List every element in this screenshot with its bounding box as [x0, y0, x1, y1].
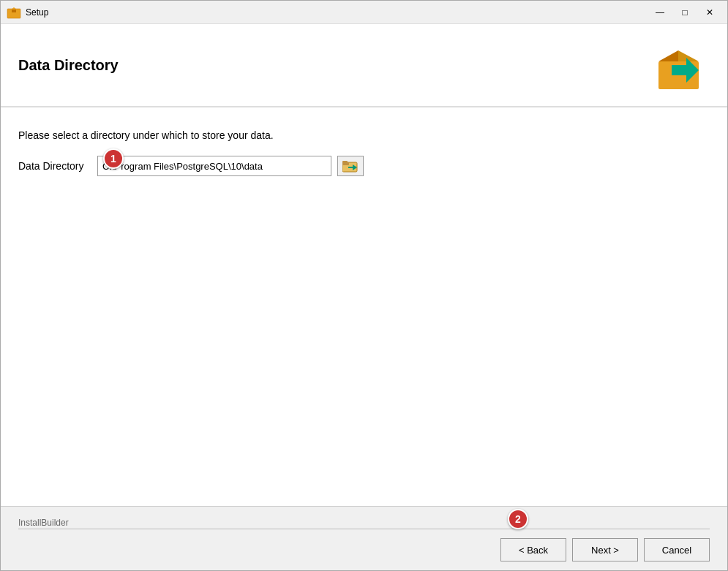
wizard-logo: [651, 36, 710, 94]
window-controls: — □ ✕: [648, 5, 721, 20]
annotation-badge-2: 2: [508, 509, 528, 529]
window-icon: [7, 5, 21, 20]
annotation-badge-1: 1: [103, 148, 124, 169]
data-directory-input[interactable]: [97, 156, 331, 176]
browse-icon: [342, 159, 359, 173]
field-label: Data Directory: [18, 160, 91, 172]
next-button[interactable]: Next >: [572, 538, 638, 561]
header-area: Data Directory: [1, 24, 727, 107]
cancel-button[interactable]: Cancel: [644, 538, 710, 561]
title-bar: Setup — □ ✕: [1, 1, 727, 24]
installbuilder-label: InstallBuilder: [18, 518, 69, 528]
maximize-button[interactable]: □: [673, 5, 697, 20]
svg-marker-5: [678, 50, 699, 61]
button-row: < Back Next > Cancel: [18, 538, 710, 561]
setup-window: Setup — □ ✕ Data Directory Please select…: [0, 0, 728, 571]
minimize-button[interactable]: —: [648, 5, 672, 20]
footer: InstallBuilder < Back Next > Cancel: [1, 506, 727, 570]
svg-marker-2: [11, 7, 17, 10]
svg-marker-4: [658, 50, 678, 61]
svg-rect-9: [342, 161, 348, 163]
browse-button[interactable]: [337, 156, 364, 176]
back-button[interactable]: < Back: [500, 538, 566, 561]
close-button[interactable]: ✕: [698, 5, 721, 20]
footer-divider: [18, 529, 710, 529]
window-title: Setup: [26, 7, 648, 18]
page-title: Data Directory: [18, 57, 119, 74]
description-text: Please select a directory under which to…: [18, 129, 710, 141]
